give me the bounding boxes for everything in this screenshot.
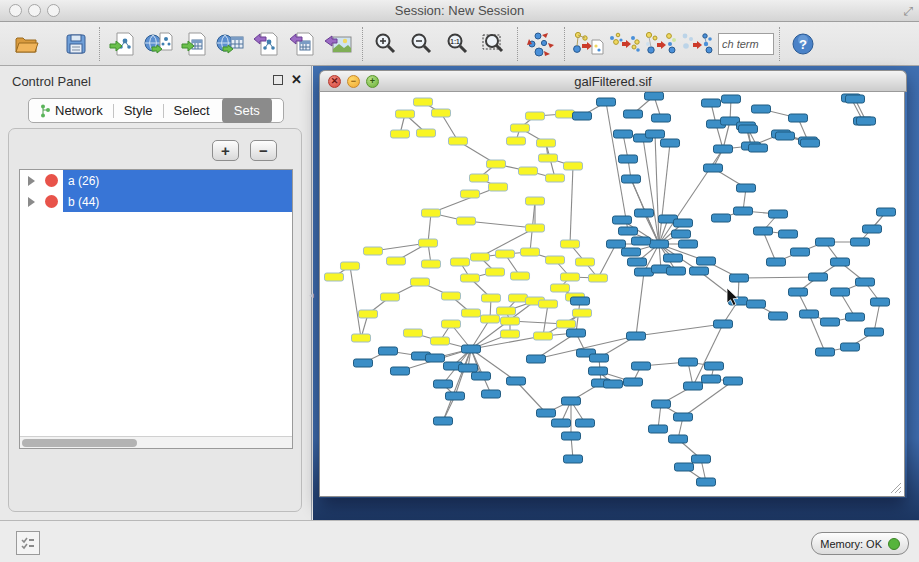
- expander-icon[interactable]: [28, 197, 35, 207]
- graph-node[interactable]: [831, 288, 850, 296]
- graph-node[interactable]: [613, 216, 632, 224]
- graph-node[interactable]: [534, 332, 553, 340]
- graph-node[interactable]: [451, 258, 470, 266]
- graph-node[interactable]: [573, 112, 592, 120]
- graph-node[interactable]: [749, 144, 768, 152]
- graph-node[interactable]: [791, 248, 810, 256]
- graph-node[interactable]: [482, 390, 501, 398]
- graph-node[interactable]: [679, 240, 698, 248]
- graph-node[interactable]: [404, 329, 423, 337]
- graph-node[interactable]: [432, 109, 451, 117]
- title-bar[interactable]: Session: New Session ⤢: [0, 0, 919, 22]
- graph-node[interactable]: [487, 160, 506, 168]
- graph-node[interactable]: [359, 310, 378, 318]
- graph-node[interactable]: [635, 268, 654, 276]
- graph-node[interactable]: [628, 258, 647, 266]
- expand-icon[interactable]: ⤢: [903, 4, 913, 18]
- graph-node[interactable]: [649, 425, 668, 433]
- import-network-web-button[interactable]: [141, 26, 177, 62]
- apply-layout-button[interactable]: [523, 26, 559, 62]
- graph-node[interactable]: [509, 294, 528, 302]
- graph-node[interactable]: [442, 320, 461, 328]
- network-view-window[interactable]: ✕ − + galFiltered.sif: [319, 70, 907, 498]
- zoom-out-button[interactable]: [404, 26, 440, 62]
- graph-node[interactable]: [632, 237, 651, 245]
- search-input[interactable]: [718, 33, 774, 55]
- tab-sets[interactable]: Sets: [222, 98, 272, 123]
- graph-node[interactable]: [481, 315, 500, 323]
- graph-node[interactable]: [562, 432, 581, 440]
- set-row-a[interactable]: a (26): [20, 170, 292, 191]
- export-image-button[interactable]: [321, 26, 357, 62]
- graph-node[interactable]: [857, 117, 876, 125]
- graph-node[interactable]: [496, 250, 515, 258]
- graph-node[interactable]: [471, 253, 490, 261]
- graph-node[interactable]: [635, 209, 654, 217]
- graph-node[interactable]: [702, 99, 721, 107]
- graph-node[interactable]: [396, 110, 415, 118]
- graph-node[interactable]: [546, 256, 565, 264]
- set-label[interactable]: a (26): [63, 170, 292, 191]
- graph-node[interactable]: [622, 175, 641, 183]
- graph-node[interactable]: [652, 400, 671, 408]
- graph-node[interactable]: [511, 124, 530, 132]
- graph-node[interactable]: [387, 257, 406, 265]
- graph-node[interactable]: [449, 137, 468, 145]
- graph-node[interactable]: [379, 347, 398, 355]
- graph-node[interactable]: [846, 313, 865, 321]
- graph-node[interactable]: [507, 137, 526, 145]
- graph-node[interactable]: [422, 209, 441, 217]
- import-table-file-button[interactable]: [177, 26, 213, 62]
- graph-node[interactable]: [411, 278, 430, 286]
- expander-icon[interactable]: [28, 176, 35, 186]
- graph-node[interactable]: [576, 419, 595, 427]
- export-table-button[interactable]: [285, 26, 321, 62]
- graph-node[interactable]: [571, 297, 590, 305]
- graph-node[interactable]: [597, 98, 616, 106]
- zoom-fit-selected-button[interactable]: [476, 26, 512, 62]
- horizontal-scrollbar[interactable]: [20, 436, 292, 448]
- graph-node[interactable]: [702, 375, 721, 383]
- import-network-file-button[interactable]: [105, 26, 141, 62]
- resize-grip-icon[interactable]: [888, 480, 902, 494]
- graph-node[interactable]: [877, 208, 896, 216]
- graph-node[interactable]: [714, 320, 733, 328]
- network-graph[interactable]: [320, 92, 906, 497]
- graph-node[interactable]: [865, 328, 884, 336]
- graph-node[interactable]: [779, 230, 798, 238]
- graph-node[interactable]: [352, 334, 371, 342]
- zoom-in-button[interactable]: [368, 26, 404, 62]
- graph-node[interactable]: [801, 139, 820, 147]
- graph-node[interactable]: [501, 330, 520, 338]
- graph-node[interactable]: [419, 239, 438, 247]
- graph-node[interactable]: [831, 258, 850, 266]
- graph-node[interactable]: [767, 258, 786, 266]
- new-network-selected-nodes-button[interactable]: [642, 26, 678, 62]
- graph-node[interactable]: [381, 293, 400, 301]
- graph-node[interactable]: [752, 105, 771, 113]
- graph-node[interactable]: [546, 174, 565, 182]
- import-table-web-button[interactable]: [213, 26, 249, 62]
- graph-node[interactable]: [590, 354, 609, 362]
- graph-node[interactable]: [564, 162, 583, 170]
- graph-node[interactable]: [482, 294, 501, 302]
- help-button[interactable]: ?: [785, 26, 821, 62]
- graph-node[interactable]: [526, 197, 545, 205]
- graph-node[interactable]: [675, 463, 694, 471]
- graph-node[interactable]: [589, 274, 608, 282]
- graph-node[interactable]: [769, 312, 788, 320]
- graph-node[interactable]: [457, 217, 476, 225]
- graph-node[interactable]: [789, 114, 808, 122]
- graph-node[interactable]: [734, 207, 753, 215]
- graph-node[interactable]: [619, 155, 638, 163]
- graph-node[interactable]: [730, 274, 749, 282]
- save-session-button[interactable]: [58, 26, 94, 62]
- graph-node[interactable]: [434, 380, 453, 388]
- open-session-button[interactable]: [8, 26, 44, 62]
- graph-node[interactable]: [526, 224, 545, 232]
- graph-node[interactable]: [679, 358, 698, 366]
- graph-node[interactable]: [692, 455, 711, 463]
- close-panel-icon[interactable]: ✕: [291, 72, 302, 87]
- graph-node[interactable]: [364, 247, 383, 255]
- graph-node[interactable]: [851, 238, 870, 246]
